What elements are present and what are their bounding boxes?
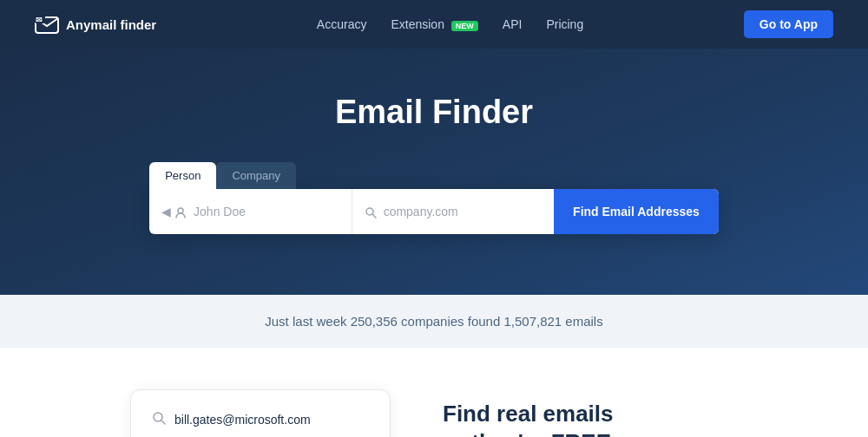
name-input-wrap: ◀ (149, 189, 352, 234)
find-email-button[interactable]: Find Email Addresses (554, 189, 719, 234)
name-input[interactable] (194, 205, 339, 218)
svg-line-5 (372, 215, 376, 218)
stats-banner: Just last week 250,356 companies found 1… (0, 295, 868, 348)
svg-point-4 (366, 208, 373, 215)
nav-extension[interactable]: Extension NEW (391, 17, 477, 31)
search-row: ◀ Find Email Addresses (149, 189, 719, 234)
feature-section: bill.gates@microsoft.com Found email on … (0, 348, 868, 437)
nav-accuracy[interactable]: Accuracy (317, 17, 367, 31)
person-icon: ◀ (161, 205, 187, 218)
new-badge: NEW (451, 21, 478, 31)
email-address: bill.gates@microsoft.com (174, 413, 311, 427)
tab-company[interactable]: Company (216, 162, 296, 189)
navbar: ✉ Anymail finder Accuracy Extension NEW … (0, 0, 868, 49)
goto-app-button[interactable]: Go to App (744, 10, 833, 38)
email-card: bill.gates@microsoft.com Found email on … (130, 389, 391, 437)
hero-section: Email Finder Person Company ◀ (0, 49, 868, 295)
domain-input[interactable] (384, 205, 542, 218)
svg-point-3 (178, 208, 183, 213)
stats-text: Just last week 250,356 companies found 1… (265, 314, 602, 329)
search-card: Person Company ◀ (149, 162, 719, 234)
logo-icon: ✉ (35, 15, 59, 34)
search-icon (365, 205, 377, 218)
nav-pricing[interactable]: Pricing (546, 17, 583, 31)
email-search-icon (152, 411, 166, 428)
svg-text:✉: ✉ (36, 16, 43, 24)
email-card-header: bill.gates@microsoft.com (152, 411, 369, 437)
search-tabs: Person Company (149, 162, 719, 189)
brand: ✉ Anymail finder (35, 15, 156, 34)
tab-person[interactable]: Person (149, 162, 216, 189)
domain-input-wrap (352, 189, 554, 234)
brand-name: Anymail finder (66, 17, 156, 32)
hero-title: Email Finder (17, 94, 851, 131)
svg-line-7 (161, 421, 165, 424)
nav-api[interactable]: API (503, 17, 523, 31)
feature-title: Find real emailsor they're FREE (443, 400, 738, 437)
nav-links: Accuracy Extension NEW API Pricing (317, 17, 583, 31)
feature-text: Find real emailsor they're FREE Verified… (443, 389, 738, 437)
